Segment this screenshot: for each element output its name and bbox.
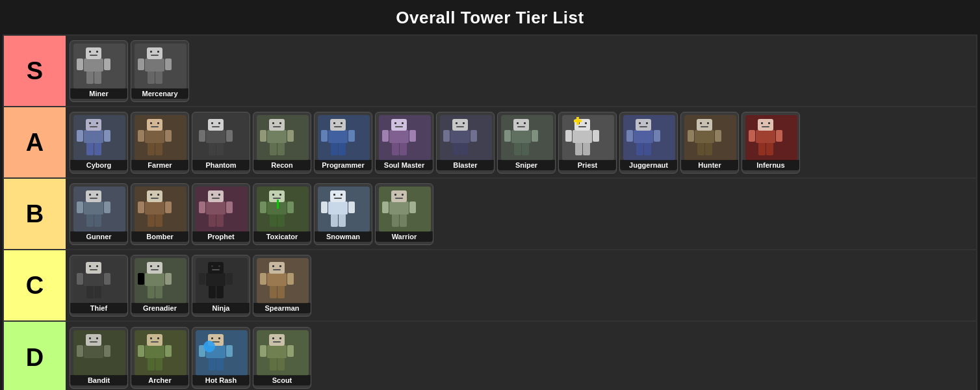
svg-rect-4 xyxy=(77,58,83,70)
tower-card-priest[interactable]: Priest xyxy=(558,112,617,174)
tier-list: S Miner xyxy=(3,34,977,390)
svg-rect-1 xyxy=(86,71,94,84)
svg-rect-258 xyxy=(165,345,172,357)
svg-rect-259 xyxy=(147,334,162,346)
tower-icon-programmer xyxy=(318,115,370,161)
svg-rect-75 xyxy=(409,130,416,142)
svg-rect-205 xyxy=(94,285,101,298)
svg-rect-140 xyxy=(768,122,770,124)
tower-card-hotrash[interactable]: Hot Rash xyxy=(192,327,250,389)
svg-rect-49 xyxy=(212,126,220,127)
tower-card-hunter[interactable]: Hunter xyxy=(680,112,739,174)
tower-card-ninja[interactable]: Ninja xyxy=(192,255,250,317)
svg-rect-212 xyxy=(90,269,97,270)
tower-card-grenadier[interactable]: Grenadier xyxy=(131,255,189,317)
svg-rect-219 xyxy=(147,262,162,274)
svg-rect-37 xyxy=(150,122,152,124)
svg-rect-65 xyxy=(348,130,355,142)
tower-icon-infernus xyxy=(745,115,797,161)
svg-rect-31 xyxy=(148,142,155,155)
tower-card-bomber[interactable]: Bomber xyxy=(131,183,189,245)
svg-rect-133 xyxy=(758,142,766,155)
svg-rect-147 xyxy=(104,202,110,213)
svg-rect-58 xyxy=(279,122,281,124)
tier-row-b: B Gunner xyxy=(4,179,976,250)
svg-rect-277 xyxy=(267,345,287,358)
svg-rect-224 xyxy=(209,285,216,298)
tower-card-mercenary[interactable]: Mercenary xyxy=(131,40,189,102)
tower-card-phantom[interactable]: Phantom xyxy=(192,112,250,174)
svg-rect-250 xyxy=(89,337,91,339)
svg-rect-76 xyxy=(391,119,407,131)
tower-card-farmer[interactable]: Farmer xyxy=(131,112,189,174)
svg-rect-136 xyxy=(749,130,755,142)
svg-point-273 xyxy=(203,341,215,352)
svg-rect-281 xyxy=(272,337,274,339)
tower-card-infernus[interactable]: Infernus xyxy=(741,112,800,174)
tower-card-prophet[interactable]: Prophet xyxy=(192,183,250,245)
tower-card-toxicator[interactable]: Toxicator xyxy=(253,183,311,245)
svg-rect-201 xyxy=(402,194,404,196)
svg-rect-211 xyxy=(96,265,98,267)
tower-card-recon[interactable]: Recon xyxy=(253,112,311,174)
tower-card-sniper[interactable]: Sniper xyxy=(497,112,556,174)
tower-card-bandit[interactable]: Bandit xyxy=(70,327,128,389)
svg-rect-141 xyxy=(762,126,769,127)
svg-rect-217 xyxy=(138,273,144,285)
tower-card-gunner[interactable]: Gunner xyxy=(70,183,128,245)
tower-card-spearman[interactable]: Spearman xyxy=(253,255,311,317)
tower-card-scout[interactable]: Scout xyxy=(253,327,311,389)
tower-name-snowman: Snowman xyxy=(315,231,372,242)
tower-card-cyborg[interactable]: Cyborg xyxy=(70,112,128,174)
tower-icon-sniper xyxy=(501,115,553,161)
tower-name-spearman: Spearman xyxy=(253,303,311,313)
svg-rect-204 xyxy=(86,285,94,298)
svg-rect-24 xyxy=(77,130,83,142)
tower-card-archer[interactable]: Archer xyxy=(131,327,189,389)
tower-icon-farmer xyxy=(135,115,187,161)
svg-rect-148 xyxy=(86,190,101,202)
svg-rect-9 xyxy=(90,55,97,56)
svg-rect-74 xyxy=(382,130,389,142)
svg-rect-179 xyxy=(272,194,274,196)
tower-card-snowman[interactable]: Snowman xyxy=(314,183,372,245)
svg-rect-79 xyxy=(395,126,403,127)
svg-rect-105 xyxy=(593,130,599,142)
svg-rect-190 xyxy=(333,194,335,196)
tower-card-thief[interactable]: Thief xyxy=(70,255,128,317)
svg-rect-264 xyxy=(209,358,216,370)
tower-card-blaster[interactable]: Blaster xyxy=(436,112,495,174)
svg-rect-83 xyxy=(450,130,470,143)
svg-rect-52 xyxy=(277,142,285,155)
svg-rect-22 xyxy=(94,142,101,155)
tier-label-c: C xyxy=(4,250,66,320)
tower-card-warrior[interactable]: Warrior xyxy=(375,183,433,245)
tower-name-priest: Priest xyxy=(559,160,616,170)
svg-rect-227 xyxy=(199,273,205,285)
tower-name-ninja: Ninja xyxy=(192,303,250,313)
svg-rect-260 xyxy=(150,337,152,339)
svg-rect-59 xyxy=(273,126,281,127)
svg-rect-235 xyxy=(277,285,285,298)
svg-rect-120 xyxy=(646,122,648,124)
tower-card-soulmaster[interactable]: Soul Master xyxy=(375,112,433,174)
tier-content-d: Bandit Archer xyxy=(66,322,976,390)
svg-rect-247 xyxy=(77,345,83,357)
tower-icon-phantom xyxy=(196,115,248,161)
svg-rect-66 xyxy=(330,119,346,131)
tower-name-scout: Scout xyxy=(253,375,311,385)
svg-rect-268 xyxy=(226,345,233,357)
svg-rect-104 xyxy=(565,130,572,142)
svg-rect-171 xyxy=(212,198,220,199)
tower-name-cyborg: Cyborg xyxy=(70,160,127,170)
tower-card-juggernaut[interactable]: Juggernaut xyxy=(619,112,678,174)
tower-card-programmer[interactable]: Programmer xyxy=(314,112,372,174)
svg-rect-278 xyxy=(260,345,266,357)
tower-icon-archer xyxy=(135,330,187,376)
tower-icon-thief xyxy=(73,258,125,304)
svg-rect-252 xyxy=(90,341,97,343)
tower-card-miner[interactable]: Miner xyxy=(70,40,128,102)
tier-row-a: A Cyborg xyxy=(4,107,976,179)
svg-rect-173 xyxy=(270,214,277,227)
tower-icon-cyborg xyxy=(73,115,125,161)
